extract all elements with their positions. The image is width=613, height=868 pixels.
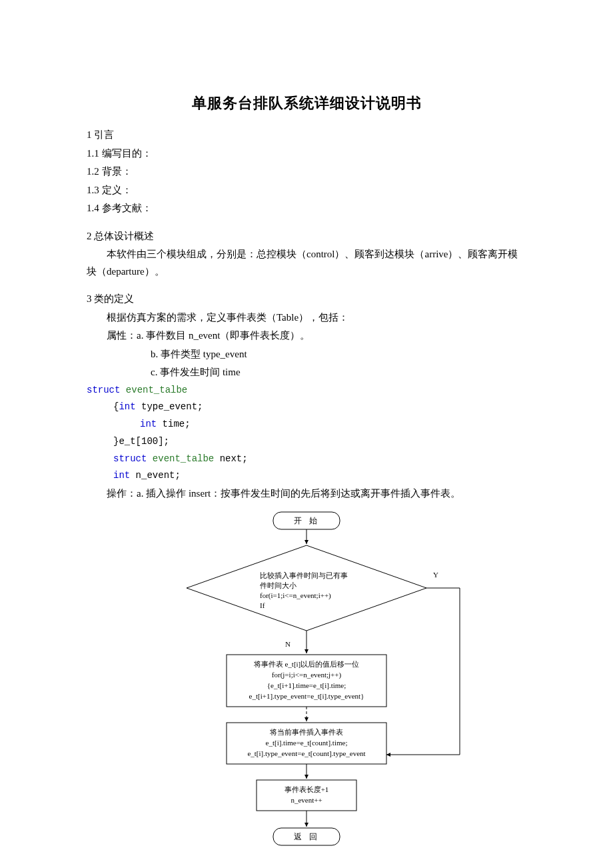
decl-type-event: type_event; bbox=[136, 401, 203, 412]
decision-l3: for(i=1;i<=n_event;i++) bbox=[260, 591, 331, 600]
yes-path bbox=[386, 588, 460, 755]
decl-n-event: n_event; bbox=[130, 470, 181, 481]
box1-l1: 将事件表 e_t[i]以后的值后移一位 bbox=[253, 660, 360, 668]
code-block: struct event_talbe {int type_event; int … bbox=[87, 383, 526, 485]
decision-l4: If bbox=[260, 601, 265, 609]
decision-node bbox=[187, 545, 426, 631]
sec3-p1: 根据仿真方案的需求，定义事件表类（Table），包括： bbox=[87, 309, 526, 327]
kw-struct: struct bbox=[87, 385, 120, 395]
decl-array: }e_t[100]; bbox=[87, 434, 526, 450]
no-label: N bbox=[285, 640, 291, 648]
kw-struct2: struct bbox=[113, 453, 147, 464]
type-name2: event_talbe bbox=[147, 453, 214, 464]
section-1: 1 引言 1.1 编写目的： 1.2 背景： 1.3 定义： 1.4 参考文献： bbox=[87, 127, 526, 217]
section-3: 3 类的定义 根据仿真方案的需求，定义事件表类（Table），包括： 属性：a.… bbox=[87, 291, 526, 503]
type-name: event_talbe bbox=[120, 385, 187, 395]
sec3-op: 操作：a. 插入操作 insert：按事件发生时间的先后将到达或离开事件插入事件… bbox=[87, 485, 526, 503]
page-title: 单服务台排队系统详细设计说明书 bbox=[87, 93, 526, 113]
document-page: 单服务台排队系统详细设计说明书 1 引言 1.1 编写目的： 1.2 背景： 1… bbox=[0, 0, 613, 868]
box2-l3: e_t[i].type_event=e_t[count].type_event bbox=[247, 749, 365, 757]
yes-label: Y bbox=[433, 571, 438, 579]
box1-l2: for(j=i;i<=n_event;j++) bbox=[272, 671, 342, 679]
process-3 bbox=[257, 780, 356, 811]
decision-l1: 比较插入事件时间与已有事 bbox=[260, 571, 348, 579]
sec3-attr-b: b. 事件类型 type_event bbox=[87, 346, 526, 363]
sec1-1: 1.1 编写目的： bbox=[87, 145, 526, 163]
end-label: 返 回 bbox=[294, 832, 320, 841]
box2-l2: e_t[i].time=e_t[count].time; bbox=[266, 739, 348, 747]
section-2: 2 总体设计概述 本软件由三个模块组成，分别是：总控模块（control）、顾客… bbox=[87, 228, 526, 281]
flowchart-svg: 开 始 比较插入事件时间与已有事 件时间大小 for(i=1;i<=n_even… bbox=[140, 508, 473, 868]
sec3-heading: 3 类的定义 bbox=[87, 291, 526, 308]
box3-l1: 事件表长度+1 bbox=[285, 785, 329, 793]
sec2-body: 本软件由三个模块组成，分别是：总控模块（control）、顾客到达模块（arri… bbox=[87, 246, 526, 280]
sec1-heading: 1 引言 bbox=[87, 127, 526, 144]
sec1-4: 1.4 参考文献： bbox=[87, 200, 526, 217]
sec3-attr-c: c. 事件发生时间 time bbox=[87, 364, 526, 381]
decl-next: next; bbox=[214, 453, 247, 464]
kw-int: int bbox=[119, 401, 135, 412]
box3-l2: n_event++ bbox=[291, 796, 322, 804]
sec3-attr-a: 属性：a. 事件数目 n_event（即事件表长度）。 bbox=[87, 327, 526, 345]
start-label: 开 始 bbox=[294, 516, 320, 525]
box1-l3: {e_t[i+1].time=e_t[i].time; bbox=[267, 681, 346, 689]
kw-int3: int bbox=[113, 470, 130, 481]
kw-int2: int bbox=[140, 419, 157, 429]
decision-l2: 件时间大小 bbox=[260, 581, 297, 589]
sec1-3: 1.3 定义： bbox=[87, 182, 526, 199]
flowchart: 开 始 比较插入事件时间与已有事 件时间大小 for(i=1;i<=n_even… bbox=[87, 508, 526, 868]
box1-l4: e_t[i+1].type_event=e_t[i].type_event} bbox=[249, 692, 364, 700]
decl-time: time; bbox=[157, 419, 190, 429]
sec2-heading: 2 总体设计概述 bbox=[87, 228, 526, 245]
sec1-2: 1.2 背景： bbox=[87, 163, 526, 181]
box2-l1: 将当前事件插入事件表 bbox=[269, 728, 343, 736]
